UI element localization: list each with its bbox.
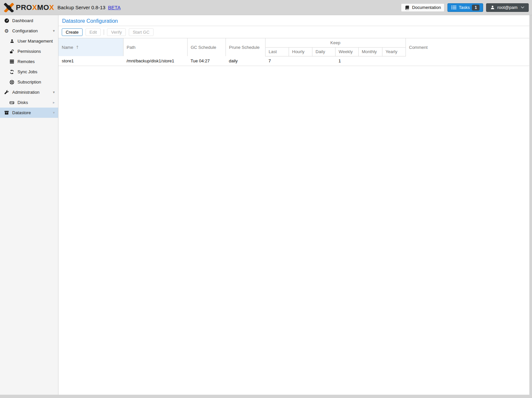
- column-header-gc-schedule[interactable]: GC Schedule: [187, 38, 226, 56]
- column-header-keep-monthly[interactable]: Monthly: [358, 47, 382, 56]
- app-body: Dashboard ⚙ Configuration ▾ User Managem…: [0, 15, 529, 395]
- sidebar-item-dashboard[interactable]: Dashboard: [0, 16, 58, 26]
- sort-ascending-icon: ↑: [76, 45, 79, 50]
- page-title: Datastore Configuration: [58, 15, 529, 26]
- cell-keep-last: 7: [265, 56, 289, 66]
- column-header-comment[interactable]: Comment: [406, 38, 529, 56]
- sidebar-item-datastore[interactable]: Datastore ▾: [0, 108, 58, 118]
- cell-keep-monthly: [358, 56, 382, 66]
- table-row-store1[interactable]: store1 /mnt/backup/disk1/store1 Tue 04:2…: [58, 56, 529, 66]
- user-icon: [9, 39, 15, 44]
- cell-keep-yearly: [382, 56, 406, 66]
- proxmox-logo: PROXMOX: [4, 3, 54, 12]
- user-icon: [490, 5, 495, 10]
- cell-comment: [406, 56, 529, 66]
- sidebar-item-label: Datastore: [12, 110, 31, 115]
- verify-button[interactable]: Verify: [107, 28, 126, 36]
- edit-button[interactable]: Edit: [86, 28, 101, 36]
- sidebar-item-label: Remotes: [18, 59, 35, 64]
- datastore-table: Name↑ Path GC Schedule Prune Schedule Ke…: [58, 38, 529, 66]
- column-header-path[interactable]: Path: [123, 38, 187, 56]
- sidebar: Dashboard ⚙ Configuration ▾ User Managem…: [0, 15, 58, 395]
- cell-keep-weekly: 1: [335, 56, 358, 66]
- collapse-arrow-icon[interactable]: ▾: [52, 90, 56, 94]
- cell-keep-daily: [312, 56, 335, 66]
- sidebar-item-sync-jobs[interactable]: Sync Jobs: [0, 67, 58, 77]
- sync-icon: [9, 70, 15, 74]
- column-header-keep-yearly[interactable]: Yearly: [382, 47, 406, 56]
- life-ring-icon: [9, 80, 15, 84]
- gauge-icon: [4, 18, 9, 23]
- unlock-icon: [9, 49, 15, 54]
- brand-wordmark: PROXMOX: [16, 3, 54, 12]
- column-header-keep-daily[interactable]: Daily: [312, 47, 335, 56]
- cell-gc-schedule: Tue 04:27: [187, 56, 226, 66]
- sidebar-item-label: Sync Jobs: [18, 69, 37, 74]
- sidebar-item-subscription[interactable]: Subscription: [0, 77, 58, 87]
- server-icon: [9, 59, 15, 64]
- wrench-icon: [4, 90, 9, 95]
- create-button[interactable]: Create: [62, 28, 83, 36]
- tasks-count-badge: 1: [472, 5, 479, 11]
- proxmox-x-mark-icon: [4, 3, 14, 12]
- column-header-name[interactable]: Name↑: [58, 38, 123, 56]
- sidebar-item-label: Subscription: [18, 80, 41, 84]
- sidebar-item-label: Configuration: [12, 28, 38, 33]
- collapse-arrow-icon[interactable]: ▾: [52, 29, 56, 33]
- sidebar-item-label: Disks: [18, 100, 28, 105]
- cell-name: store1: [58, 56, 123, 66]
- toolbar-separator: [104, 29, 104, 35]
- column-header-keep-weekly[interactable]: Weekly: [335, 47, 358, 56]
- cell-path: /mnt/backup/disk1/store1: [123, 56, 187, 66]
- sidebar-item-label: Dashboard: [12, 18, 33, 23]
- toolbar: Create Edit Verify Start GC: [58, 26, 529, 38]
- documentation-button[interactable]: Documentation: [401, 3, 444, 12]
- sidebar-item-disks[interactable]: Disks ▸: [0, 97, 58, 108]
- sidebar-item-administration[interactable]: Administration ▾: [0, 87, 58, 97]
- top-bar: PROXMOX Backup Server 0.8-13 BETA Docume…: [0, 0, 532, 15]
- book-icon: [405, 5, 410, 10]
- main-content: Datastore Configuration Create Edit Veri…: [58, 15, 529, 395]
- column-header-keep-last[interactable]: Last: [265, 47, 289, 56]
- beta-link[interactable]: BETA: [108, 5, 121, 10]
- cell-prune-schedule: daily: [226, 56, 265, 66]
- user-menu-button[interactable]: root@pam: [486, 3, 529, 12]
- cell-keep-hourly: [289, 56, 312, 66]
- product-version-text: Backup Server 0.8-13: [57, 5, 105, 10]
- sidebar-item-user-management[interactable]: User Management: [0, 36, 58, 46]
- user-label: root@pam: [497, 5, 517, 10]
- sidebar-item-remotes[interactable]: Remotes: [0, 56, 58, 67]
- sidebar-item-permissions[interactable]: Permissions: [0, 46, 58, 56]
- column-header-prune-schedule[interactable]: Prune Schedule: [226, 38, 265, 56]
- chevron-down-icon: [520, 5, 525, 10]
- documentation-label: Documentation: [412, 5, 441, 10]
- sidebar-item-label: Permissions: [18, 49, 41, 54]
- sidebar-item-configuration[interactable]: ⚙ Configuration ▾: [0, 26, 58, 36]
- collapse-arrow-icon[interactable]: ▾: [52, 111, 56, 115]
- task-list-icon: [451, 5, 456, 10]
- column-group-keep: Keep: [265, 38, 406, 47]
- tasks-label: Tasks: [459, 5, 470, 10]
- archive-icon: [4, 111, 9, 115]
- gears-icon: ⚙: [4, 29, 9, 33]
- sidebar-item-label: User Management: [18, 39, 53, 44]
- column-header-keep-hourly[interactable]: Hourly: [289, 47, 312, 56]
- start-gc-button[interactable]: Start GC: [129, 28, 154, 36]
- tasks-button[interactable]: Tasks 1: [447, 3, 483, 12]
- hdd-icon: [9, 100, 15, 105]
- expand-arrow-icon[interactable]: ▸: [52, 100, 56, 105]
- sidebar-item-label: Administration: [12, 90, 39, 95]
